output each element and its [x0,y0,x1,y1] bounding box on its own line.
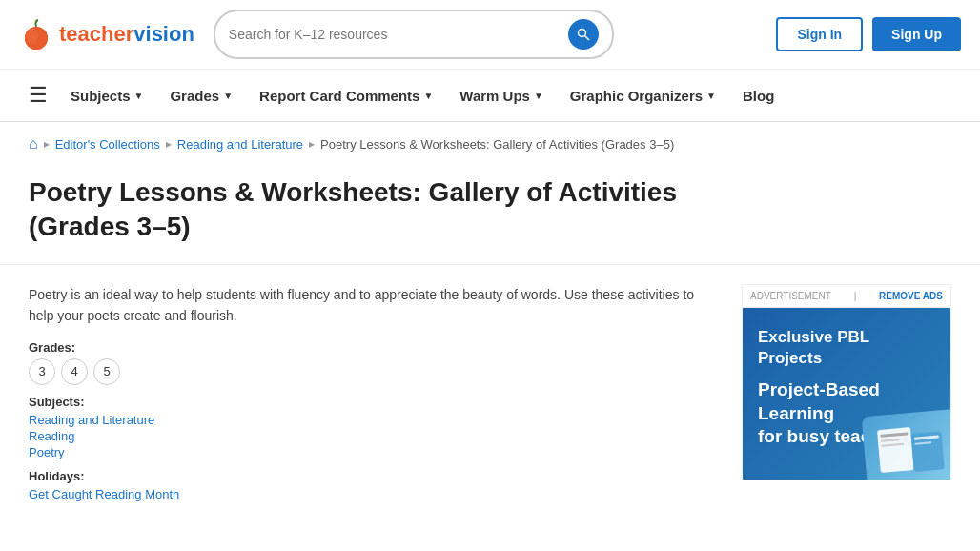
ad-title: Exclusive PBL Projects [758,327,935,369]
ad-header: ADVERTISEMENT | REMOVE ADS [743,285,950,308]
remove-ads-link[interactable]: REMOVE ADS [879,291,943,301]
nav-warm-ups[interactable]: Warm Ups ▼ [446,72,557,119]
logo-text: teachervision [59,22,194,47]
chevron-down-icon: ▼ [706,91,716,101]
header: teachervision Sign In Sign Up [0,0,980,70]
signin-button[interactable]: Sign In [776,17,863,51]
chevron-down-icon: ▼ [223,91,233,101]
breadcrumb-home-link[interactable]: ⌂ [29,135,38,153]
nav-grades[interactable]: Grades ▼ [156,72,246,119]
grade-badge-3[interactable]: 3 [29,358,55,385]
nav-report-card[interactable]: Report Card Comments ▼ [246,72,446,119]
subjects-links: Reading and Literature Reading Poetry [29,413,713,459]
breadcrumb-reading-literature-link[interactable]: Reading and Literature [177,137,303,152]
holiday-get-caught-reading[interactable]: Get Caught Reading Month [29,487,713,501]
breadcrumb-separator: ▸ [309,137,315,151]
holidays-label: Holidays: [29,469,713,483]
grades-section: Grades: 3 4 5 [29,340,713,385]
breadcrumb-separator: ▸ [166,137,172,151]
chevron-down-icon: ▼ [423,91,433,101]
grade-badge-5[interactable]: 5 [93,358,120,385]
breadcrumb-separator: ▸ [44,137,50,151]
grades-label: Grades: [29,340,713,355]
ad-image-icon [872,418,950,479]
sidebar: ADVERTISEMENT | REMOVE ADS Exclusive PBL… [742,284,951,511]
divider [0,264,980,265]
nav-subjects[interactable]: Subjects ▼ [57,72,156,119]
page-title: Poetry Lessons & Worksheets: Gallery of … [0,166,725,264]
breadcrumb-editors-collections-link[interactable]: Editor's Collections [55,137,160,152]
home-icon: ⌂ [29,135,38,152]
ad-content: Exclusive PBL Projects Project-Based Lea… [743,308,950,480]
search-button[interactable] [568,19,599,50]
main-nav: ☰ Subjects ▼ Grades ▼ Report Card Commen… [0,70,980,122]
advertisement-label: ADVERTISEMENT [750,291,831,301]
svg-point-2 [27,28,38,45]
hamburger-menu[interactable]: ☰ [19,70,57,121]
search-bar[interactable] [214,10,614,59]
chevron-down-icon: ▼ [134,91,144,101]
content-area: Poetry is an ideal way to help students … [0,284,980,511]
page-description: Poetry is an ideal way to help students … [29,284,713,327]
logo[interactable]: teachervision [19,17,194,51]
subject-reading[interactable]: Reading [29,429,713,443]
search-icon [577,28,590,41]
signup-button[interactable]: Sign Up [872,17,961,51]
grade-badges: 3 4 5 [29,358,713,385]
ad-image [862,409,950,480]
breadcrumb: ⌂ ▸ Editor's Collections ▸ Reading and L… [0,122,980,166]
subject-poetry[interactable]: Poetry [29,445,713,459]
chevron-down-icon: ▼ [534,91,543,101]
nav-graphic-organizers[interactable]: Graphic Organizers ▼ [557,72,729,119]
svg-line-4 [584,36,589,41]
holidays-section: Holidays: Get Caught Reading Month [29,469,713,501]
grade-badge-4[interactable]: 4 [61,358,88,385]
subjects-section: Subjects: Reading and Literature Reading… [29,395,713,459]
header-actions: Sign In Sign Up [776,17,961,51]
breadcrumb-current: Poetry Lessons & Worksheets: Gallery of … [320,137,674,152]
main-content: Poetry is an ideal way to help students … [29,284,713,511]
search-input[interactable] [229,27,561,42]
ad-area: ADVERTISEMENT | REMOVE ADS Exclusive PBL… [742,284,951,480]
logo-apple-icon [19,17,53,51]
subjects-label: Subjects: [29,395,713,409]
svg-point-3 [578,30,585,37]
subject-reading-literature[interactable]: Reading and Literature [29,413,713,427]
nav-blog[interactable]: Blog [729,72,787,119]
holidays-links: Get Caught Reading Month [29,487,713,501]
